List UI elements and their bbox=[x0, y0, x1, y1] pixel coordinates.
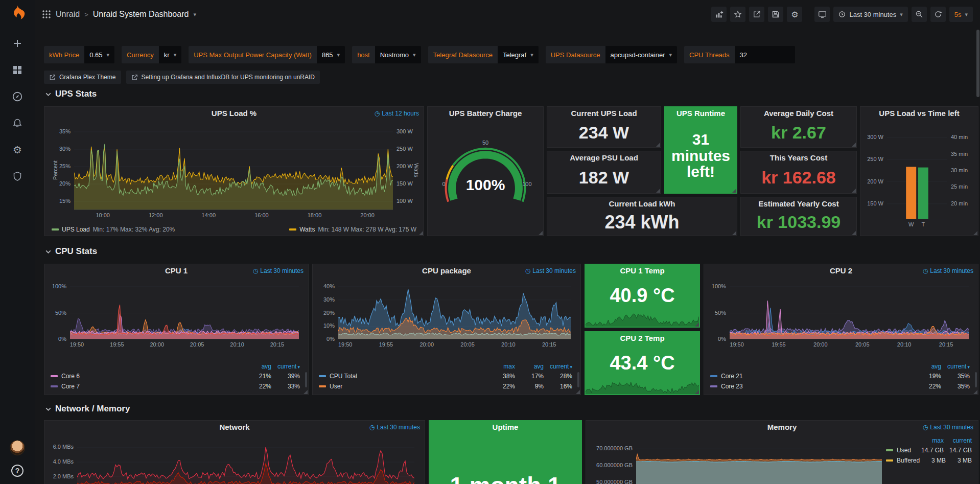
legend-column-header[interactable]: current▾ bbox=[271, 363, 300, 370]
legend-column-header[interactable]: max bbox=[486, 363, 515, 370]
panel-title[interactable]: Current UPS Load bbox=[547, 107, 661, 120]
panel-uptime: Uptime 1 month 1 bbox=[429, 420, 582, 484]
time-series-plot[interactable] bbox=[70, 280, 299, 339]
panel-title[interactable]: Average PSU Load bbox=[547, 151, 661, 165]
link-ups-monitoring-guide[interactable]: Setting up Grafana and InfluxDB for UPS … bbox=[126, 71, 320, 84]
legend-scrollbar[interactable] bbox=[975, 372, 977, 387]
series-name[interactable]: Buffered bbox=[886, 457, 920, 464]
section-network-memory[interactable]: Network / Memory bbox=[45, 404, 130, 414]
sidebar-item-explore[interactable] bbox=[11, 90, 24, 103]
panel-time-override[interactable]: ◷ Last 30 minutes bbox=[923, 424, 973, 431]
panel-title[interactable]: UPS Load % bbox=[44, 107, 424, 120]
time-series-plot[interactable] bbox=[730, 280, 969, 339]
variable-currency[interactable]: Currency kr▾ bbox=[122, 46, 181, 63]
panel-title[interactable]: Network bbox=[44, 421, 425, 434]
help-icon[interactable]: ? bbox=[11, 465, 24, 477]
panel-title[interactable]: Estimated Yearly Cost bbox=[741, 197, 856, 211]
legend-column-header[interactable]: current▾ bbox=[941, 363, 970, 370]
legend-column-header[interactable]: current bbox=[944, 437, 972, 444]
legend-column-header[interactable]: current▾ bbox=[544, 363, 572, 370]
sidebar-item-dashboards[interactable] bbox=[11, 63, 24, 77]
variable-ups-datasource[interactable]: UPS Datasource apcupsd-container▾ bbox=[546, 46, 677, 63]
legend-value: 35% bbox=[941, 373, 970, 380]
dashboard-settings-button[interactable]: ⚙ bbox=[787, 7, 802, 22]
cycle-view-button[interactable] bbox=[814, 7, 830, 22]
series-name[interactable]: Core 6 bbox=[51, 373, 243, 380]
legend-column-header[interactable]: avg bbox=[913, 363, 941, 370]
time-series-plot[interactable] bbox=[74, 123, 393, 210]
axis-tick-label: 20:05 bbox=[182, 341, 213, 348]
add-panel-button[interactable] bbox=[711, 7, 727, 22]
series-name[interactable]: CPU Total bbox=[319, 373, 486, 380]
variable-cpu-threads[interactable]: CPU Threads 32 bbox=[684, 46, 795, 63]
variable-ups-max-output[interactable]: UPS Max Output Power Capacity (Watt) 865… bbox=[189, 46, 345, 63]
panel-title[interactable]: Current Load kWh bbox=[547, 197, 737, 211]
panel-time-override[interactable]: ◷ Last 30 minutes bbox=[253, 267, 304, 274]
panel-title[interactable]: This Years Cost bbox=[741, 151, 856, 165]
variable-host[interactable]: host Nostromo▾ bbox=[352, 46, 421, 63]
section-ups-stats[interactable]: UPS Stats bbox=[45, 89, 97, 99]
panel-title[interactable]: UPS Load vs Time left bbox=[860, 107, 978, 120]
axis-tick-label: 300 W bbox=[867, 134, 883, 140]
panel-title[interactable]: UPS Runtime bbox=[665, 107, 737, 120]
user-avatar[interactable] bbox=[10, 440, 25, 455]
variable-telegraf-datasource[interactable]: Telegraf Datasource Telegraf▾ bbox=[428, 46, 539, 63]
panel-this-years-cost: This Years Cost kr 162.68 bbox=[740, 151, 857, 194]
external-link-icon bbox=[131, 74, 138, 81]
panel-time-override[interactable]: ◷ Last 12 hours bbox=[375, 110, 419, 117]
legend-scrollbar[interactable] bbox=[577, 372, 579, 387]
legend-scrollbar[interactable] bbox=[305, 372, 307, 387]
bar-chart-plot[interactable] bbox=[887, 123, 947, 219]
time-series-plot[interactable] bbox=[636, 436, 882, 484]
panel-time-override[interactable]: ◷ Last 30 minutes bbox=[923, 267, 973, 274]
zoom-out-button[interactable] bbox=[912, 7, 927, 22]
time-range-picker[interactable]: Last 30 minutes ▾ bbox=[833, 7, 907, 22]
panel-title[interactable]: CPU 1 Temp bbox=[585, 264, 699, 278]
series-name[interactable]: User bbox=[319, 383, 486, 390]
page-scrollbar[interactable] bbox=[976, 30, 979, 97]
sidebar-item-create[interactable] bbox=[11, 37, 24, 50]
refresh-interval-picker[interactable]: 5s ▾ bbox=[949, 7, 973, 22]
section-title: UPS Stats bbox=[55, 89, 97, 99]
panel-time-override[interactable]: ◷ Last 30 minutes bbox=[525, 267, 576, 274]
stat-value: 234 kWh bbox=[604, 213, 679, 232]
sidebar-item-server-admin[interactable] bbox=[11, 170, 24, 183]
panel-title[interactable]: Uptime bbox=[429, 421, 581, 434]
time-series-plot[interactable] bbox=[338, 280, 571, 339]
stat-value: kr 162.68 bbox=[761, 169, 836, 187]
legend-item[interactable]: Watts Min: 148 W Max: 278 W Avg: 175 W bbox=[289, 226, 416, 233]
panel-title[interactable]: UPS Battery Charge bbox=[428, 107, 543, 120]
clock-icon: ◷ bbox=[375, 110, 380, 117]
panel-time-override[interactable]: ◷ Last 30 minutes bbox=[369, 424, 420, 431]
series-name[interactable]: Core 21 bbox=[710, 373, 913, 380]
panel-cpu1: CPU 1 ◷ Last 30 minutes 100%50%0%19:5019… bbox=[44, 264, 309, 395]
series-name[interactable]: Used bbox=[886, 447, 916, 454]
sidebar-item-configuration[interactable]: ⚙ bbox=[11, 143, 24, 156]
series-name[interactable]: Core 23 bbox=[710, 383, 913, 390]
breadcrumb-folder[interactable]: Unraid bbox=[56, 10, 80, 19]
time-series-plot[interactable] bbox=[77, 436, 414, 484]
legend-column-header[interactable]: max bbox=[916, 437, 944, 444]
variable-kwh-price[interactable]: kWh Price 0.65▾ bbox=[44, 46, 114, 63]
panel-title[interactable]: CPU 2 Temp bbox=[585, 332, 699, 345]
refresh-button[interactable] bbox=[930, 7, 946, 22]
dashboard-title[interactable]: Unraid System Dashboard bbox=[93, 10, 189, 19]
axis-tick-label: 20:10 bbox=[222, 341, 252, 348]
save-button[interactable] bbox=[768, 7, 783, 22]
sidebar-item-alerting[interactable] bbox=[11, 117, 24, 130]
legend-column-header[interactable]: avg bbox=[243, 363, 271, 370]
dashboard-grid-icon[interactable] bbox=[42, 10, 51, 19]
share-button[interactable] bbox=[749, 7, 764, 22]
legend-item[interactable]: UPS Load Min: 17% Max: 32% Avg: 20% bbox=[52, 226, 175, 233]
grafana-logo[interactable] bbox=[0, 0, 35, 22]
star-button[interactable] bbox=[730, 7, 745, 22]
legend-column-header[interactable]: avg bbox=[515, 363, 544, 370]
chevron-down-icon bbox=[45, 248, 52, 255]
section-cpu-stats[interactable]: CPU Stats bbox=[45, 246, 97, 257]
link-grafana-plex-theme[interactable]: Grafana Plex Theme bbox=[44, 71, 121, 84]
panel-network: Network ◷ Last 30 minutes 6.0 MBs4.0 MBs… bbox=[44, 420, 425, 484]
dashboard-links: Grafana Plex Theme Setting up Grafana an… bbox=[44, 71, 320, 84]
panel-title[interactable]: Average Daily Cost bbox=[741, 107, 856, 120]
panel-title[interactable]: Memory bbox=[586, 421, 978, 434]
series-name[interactable]: Core 7 bbox=[51, 383, 243, 390]
